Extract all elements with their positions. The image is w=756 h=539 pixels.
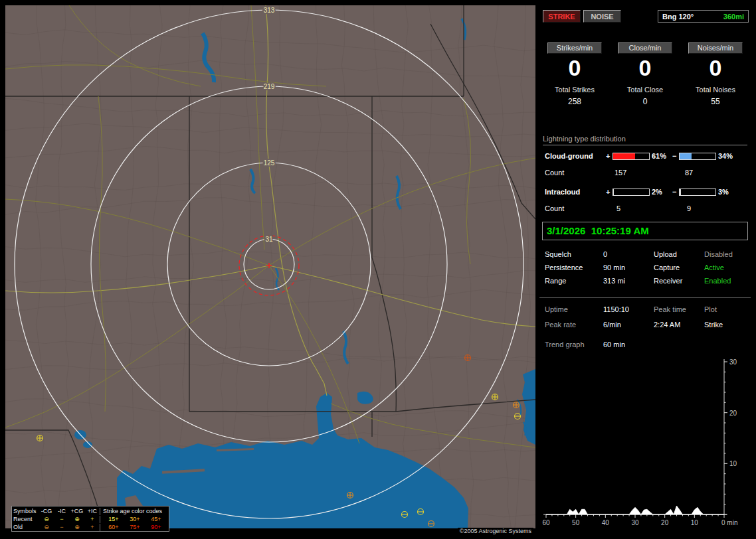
ic-plus-count: 5 (616, 204, 620, 212)
legend-neg-cg-header: -CG (39, 508, 54, 515)
section-divider (539, 297, 751, 298)
svg-text:30: 30 (729, 358, 737, 366)
strikes-per-min-button[interactable]: Strikes/min (547, 42, 602, 54)
bearing-range-display: Bng 120° 360mi (658, 10, 749, 23)
pos-ic-recent-icon: + (85, 516, 100, 523)
strikes-per-min-value: 0 (539, 54, 610, 81)
close-per-min-button[interactable]: Close/min (618, 42, 672, 54)
map-legend: Symbols -CG -IC +CG +IC Strike age color… (11, 506, 169, 532)
trend-graph-label: Trend graph (545, 341, 585, 348)
neg-cg-recent-icon: ⊖ (39, 516, 54, 523)
range-value: 313 mi (603, 277, 625, 285)
capture-status: Active (704, 264, 724, 271)
svg-text:60: 60 (542, 519, 550, 526)
ic-minus-pct: 3% (718, 188, 729, 196)
plot-label: Plot (704, 305, 717, 313)
receiver-label: Receiver (654, 277, 682, 285)
persistence-value: 90 min (603, 264, 625, 271)
legend-header-row: Symbols -CG -IC +CG +IC Strike age color… (13, 507, 167, 515)
peak-rate-label: Peak rate (545, 321, 576, 329)
sidebar-panel: STRIKE NOISE Bng 120° 360mi Strikes/min … (539, 5, 751, 534)
plot-mode-value: Strike (704, 321, 723, 329)
trend-chart: 1020306050403020100 min (539, 354, 751, 534)
strike-indicator-button[interactable]: STRIKE (543, 10, 581, 23)
map-canvas[interactable]: 31321912531 Symbols -CG -IC +CG +IC Stri… (5, 5, 535, 534)
cg-minus-count: 87 (685, 169, 693, 177)
peak-rate-value: 6/min (603, 321, 621, 329)
age-30: 30+ (124, 516, 145, 523)
pos-cg-old-icon: ⊕ (69, 524, 85, 531)
legend-pos-ic-header: +IC (85, 508, 100, 515)
noises-column: Noises/min 0 Total Noises 55 (680, 40, 751, 106)
lightning-map[interactable]: 31321912531 (5, 5, 535, 528)
ic-plus-pct: 2% (652, 188, 662, 196)
legend-neg-ic-header: -IC (54, 508, 69, 515)
age-75: 75+ (124, 524, 145, 531)
legend-symbols-header: Symbols (13, 508, 39, 515)
close-per-min-value: 0 (610, 54, 680, 81)
cg-count-label: Count (545, 169, 564, 177)
cg-minus-sign: − (672, 152, 676, 160)
svg-text:20: 20 (661, 519, 669, 526)
persistence-label: Persistence (545, 264, 583, 271)
uptime-label: Uptime (545, 305, 568, 313)
svg-text:313: 313 (264, 7, 275, 14)
ic-minus-bar (679, 189, 716, 196)
total-noises-value: 55 (680, 97, 751, 106)
intracloud-label: Intracloud (545, 188, 580, 196)
copyright-text: ©2005 Astrogenic Systems (458, 528, 533, 534)
total-close-label: Total Close (610, 86, 680, 94)
age-codes-old: 60+ 75+ 90+ (100, 524, 167, 531)
cg-minus-pct: 34% (718, 152, 733, 160)
peak-time-label: Peak time (654, 305, 686, 313)
squelch-label: Squelch (545, 250, 571, 258)
peak-time-value: 2:24 AM (654, 321, 680, 329)
total-strikes-value: 258 (539, 97, 610, 106)
age-15: 15+ (103, 516, 124, 523)
age-90: 90+ (145, 524, 167, 531)
noises-per-min-button[interactable]: Noises/min (688, 42, 743, 54)
svg-text:219: 219 (264, 83, 275, 90)
ic-plus-bar (613, 189, 650, 196)
range-label: Range (545, 277, 566, 285)
pos-cg-recent-icon: ⊕ (69, 516, 85, 523)
svg-text:10: 10 (691, 519, 699, 526)
svg-text:31: 31 (265, 236, 273, 243)
strikes-column: Strikes/min 0 Total Strikes 258 (539, 40, 610, 106)
cg-plus-bar (613, 153, 650, 160)
age-60: 60+ (103, 524, 124, 531)
cloud-ground-label: Cloud-ground (545, 152, 593, 160)
squelch-value: 0 (603, 250, 607, 258)
legend-old-row: Old ⊖ − ⊕ + 60+ 75+ 90+ (13, 523, 167, 531)
ic-count-label: Count (545, 204, 564, 212)
nexstorm-app-window: { "topbar": { "strike": "STRIKE", "noise… (0, 0, 756, 539)
svg-text:125: 125 (264, 159, 275, 167)
capture-label: Capture (654, 264, 680, 271)
distribution-title: Lightning type distribution (543, 135, 747, 145)
bearing-value: Bng 120° (662, 13, 694, 21)
total-strikes-label: Total Strikes (539, 86, 610, 94)
total-noises-label: Total Noises (680, 86, 751, 94)
svg-text:30: 30 (631, 519, 639, 526)
pos-ic-old-icon: + (85, 524, 100, 531)
svg-text:0 min: 0 min (721, 519, 737, 526)
cg-minus-bar (679, 153, 716, 160)
neg-cg-old-icon: ⊖ (39, 524, 54, 531)
upload-status: Disabled (704, 250, 733, 258)
age-codes-recent: 15+ 30+ 45+ (100, 516, 167, 523)
datetime-display: 3/1/2026 10:25:19 AM (542, 222, 748, 240)
ic-minus-count: 9 (687, 204, 691, 212)
legend-old-label: Old (13, 524, 39, 531)
trend-window-value: 60 min (603, 341, 625, 348)
neg-ic-old-icon: − (54, 524, 69, 531)
cursor-range-value: 360mi (723, 13, 744, 21)
receiver-status: Enabled (704, 277, 731, 285)
noise-indicator-button[interactable]: NOISE (583, 10, 621, 23)
svg-text:20: 20 (729, 410, 737, 417)
svg-text:10: 10 (729, 460, 737, 467)
svg-text:40: 40 (602, 519, 610, 526)
neg-ic-recent-icon: − (54, 516, 69, 523)
legend-recent-label: Recent (13, 516, 39, 523)
svg-text:50: 50 (572, 519, 580, 526)
ic-minus-sign: − (672, 188, 676, 196)
